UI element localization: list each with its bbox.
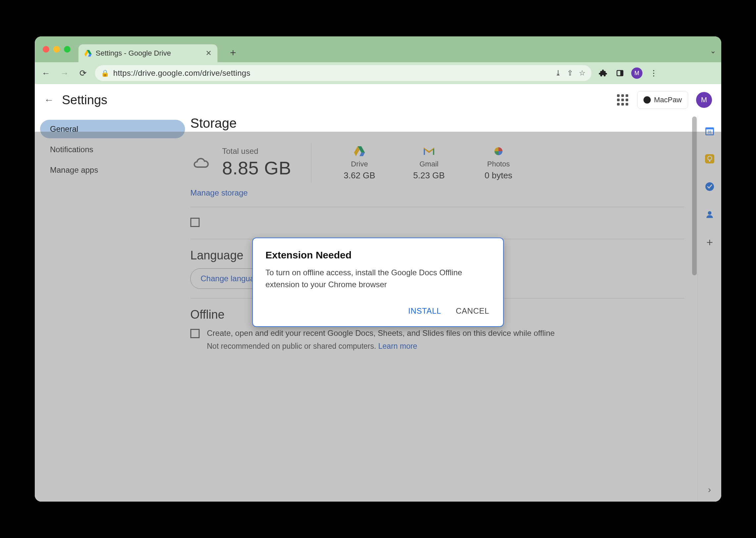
tab-strip: Settings - Google Drive ✕ ＋ ⌄ (35, 36, 721, 62)
bookmark-star-icon[interactable]: ☆ (579, 69, 586, 78)
window-controls (43, 46, 71, 53)
share-icon[interactable]: ⇪ (567, 69, 573, 78)
dialog-title: Extension Needed (265, 249, 491, 261)
organization-label: MacPaw (654, 96, 682, 104)
organization-button[interactable]: MacPaw (637, 91, 688, 109)
profile-avatar[interactable]: M (631, 68, 642, 79)
install-button[interactable]: INSTALL (407, 304, 442, 318)
close-tab-button[interactable]: ✕ (205, 49, 211, 58)
google-apps-icon[interactable] (616, 93, 629, 107)
page-title: Settings (62, 93, 107, 107)
minimize-window-button[interactable] (53, 46, 60, 53)
svg-marker-1 (88, 54, 92, 57)
browser-tab[interactable]: Settings - Google Drive ✕ (79, 44, 217, 62)
dialog-body: To turn on offline access, install the G… (265, 267, 491, 291)
sidepanel-icon[interactable] (614, 67, 626, 79)
lock-icon: 🔒 (101, 69, 109, 77)
install-app-icon[interactable]: ⤓ (555, 69, 561, 78)
nav-forward-button[interactable]: → (58, 67, 71, 80)
extension-needed-dialog: Extension Needed To turn on offline acce… (252, 238, 504, 327)
nav-back-button[interactable]: ← (39, 67, 53, 80)
svg-rect-4 (620, 71, 623, 76)
reload-button[interactable]: ⟳ (77, 67, 90, 80)
cancel-button[interactable]: CANCEL (454, 304, 491, 318)
extensions-icon[interactable] (597, 67, 609, 79)
settings-topbar: ← Settings MacPaw M (35, 84, 721, 116)
macpaw-icon (643, 96, 651, 104)
browser-menu-icon[interactable]: ⋮ (648, 67, 660, 79)
close-window-button[interactable] (43, 46, 49, 53)
settings-back-button[interactable]: ← (44, 94, 54, 106)
page-content: ← Settings MacPaw M General Notification… (35, 84, 721, 502)
modal-overlay: Extension Needed To turn on offline acce… (35, 132, 721, 502)
account-avatar[interactable]: M (696, 92, 712, 108)
fullscreen-window-button[interactable] (64, 46, 71, 53)
tab-list-dropdown[interactable]: ⌄ (710, 47, 716, 55)
drive-icon (85, 50, 92, 57)
tab-title: Settings - Google Drive (96, 49, 202, 58)
url-text: https://drive.google.com/drive/settings (113, 69, 551, 78)
browser-window: Settings - Google Drive ✕ ＋ ⌄ ← → ⟳ 🔒 ht… (35, 36, 721, 502)
address-bar: ← → ⟳ 🔒 https://drive.google.com/drive/s… (35, 62, 721, 84)
storage-heading: Storage (190, 116, 684, 131)
omnibox[interactable]: 🔒 https://drive.google.com/drive/setting… (95, 65, 592, 81)
new-tab-button[interactable]: ＋ (228, 46, 238, 59)
